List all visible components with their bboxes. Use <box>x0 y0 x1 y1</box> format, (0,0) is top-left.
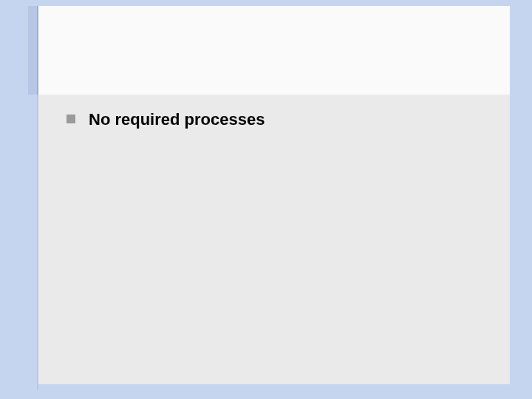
list-item: No required processes <box>66 109 495 131</box>
title-area <box>28 6 510 95</box>
bullet-square-icon <box>66 115 75 123</box>
title-accent-bar <box>28 6 38 95</box>
bullet-text: No required processes <box>89 109 265 131</box>
bullet-list: No required processes <box>66 109 495 140</box>
title-accent-notch <box>28 1 38 6</box>
body-accent-bar <box>28 95 38 390</box>
slide: Level 1 Initial or Informal No required … <box>0 0 532 399</box>
